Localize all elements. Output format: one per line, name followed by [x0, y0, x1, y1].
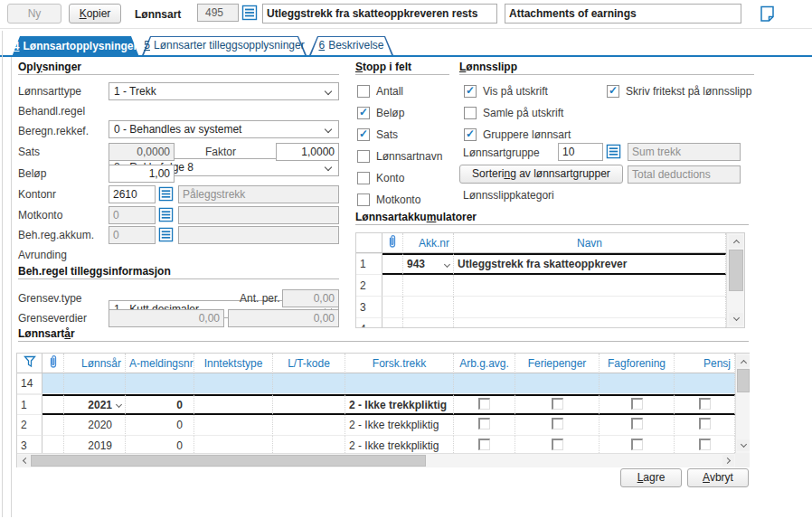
stopp-sats-checkbox[interactable]: ✓ [357, 128, 370, 141]
akk-col-navn: Navn [454, 233, 726, 253]
pensjon-checkbox[interactable] [699, 398, 711, 410]
stopp-sats-label: Sats [376, 128, 398, 141]
scroll-down-arrow[interactable] [737, 439, 750, 451]
scrollbar-thumb[interactable] [31, 455, 426, 467]
scroll-down-arrow[interactable] [729, 313, 743, 326]
section-title-behregel: Beh.regel tilleggsinformasjon [18, 265, 171, 278]
scrollbar-thumb[interactable] [737, 369, 750, 392]
year-row[interactable]: 14 [17, 373, 735, 394]
arbgavg-checkbox[interactable] [478, 398, 490, 410]
lonnsartgruppe-field[interactable]: 10 [558, 143, 603, 161]
year-row[interactable]: 1 2021 0 2 - Ikke trekkpliktig [17, 394, 735, 415]
antper-field: 0,00 [282, 289, 339, 307]
akkumulator-table: Akk.nr Navn 1 943 Utleggstrekk fra skatt… [355, 232, 745, 328]
year-row[interactable]: 2 2020 0 2 - Ikke trekkpliktig [17, 415, 735, 436]
pensjon-checkbox[interactable] [699, 418, 711, 429]
section-underline [459, 74, 754, 75]
kontonr-field[interactable]: 2610 [109, 185, 156, 203]
vis-pa-utskrift-label: Vis på utskrift [483, 85, 548, 98]
new-button[interactable]: Ny [7, 4, 61, 24]
lonnsarttype-label: Lønnsarttype [18, 85, 81, 98]
paperclip-icon [387, 239, 398, 251]
arbgavg-checkbox[interactable] [478, 439, 490, 450]
copy-button-label: Kopier [80, 7, 111, 20]
chevron-down-icon [325, 88, 332, 95]
list-icon[interactable] [241, 5, 258, 21]
wage-type-name-en-field[interactable]: Attachments of earnings [505, 4, 741, 24]
stopp-antall-checkbox[interactable]: ✓ [357, 85, 370, 98]
akk-row[interactable]: 1 943 Utleggstrekk fra skatteoppkrever [356, 253, 726, 275]
sortering-av-lonnsartgrupper-button[interactable]: Sortering av lønnsartgrupper [459, 165, 623, 184]
save-button[interactable]: Lagre [620, 468, 682, 487]
list-icon[interactable] [158, 186, 174, 204]
col-inntektstype: Inntektstype [194, 354, 273, 373]
year-row[interactable]: 3 2019 0 2 - Ikke trekkpliktig [17, 436, 735, 453]
behandlregel-select[interactable]: 0 - Behandles av systemet [109, 120, 339, 138]
sats-field: 0,0000 [109, 143, 175, 161]
akk-row[interactable]: 4 [356, 318, 726, 327]
year-horizontal-scrollbar[interactable] [17, 453, 735, 467]
fagforening-checkbox[interactable] [631, 418, 643, 429]
tab-lonnsarter-tilleggsopplysninger[interactable]: 5Lønnsarter tilleggsopplysninger [142, 36, 307, 55]
tab-beskrivelse[interactable]: 6Beskrivelse [309, 36, 393, 55]
stopp-konto-checkbox[interactable]: ✓ [357, 172, 370, 184]
scrollbar-thumb[interactable] [729, 250, 743, 291]
section-title-opplysninger: Oplysninger [18, 61, 81, 73]
chevron-down-icon [325, 126, 332, 133]
list-icon[interactable] [158, 207, 174, 225]
stopp-motkonto-checkbox[interactable]: ✓ [357, 193, 370, 206]
scroll-right-arrow[interactable] [722, 455, 734, 467]
lonnsarttype-select[interactable]: 1 - Trekk [109, 82, 339, 100]
faktor-field[interactable]: 1,0000 [276, 143, 339, 161]
faktor-label: Faktor [205, 146, 236, 158]
col-ltkode: L/T-kode [273, 354, 345, 373]
vis-pa-utskrift-checkbox[interactable]: ✓ [464, 85, 477, 98]
section-title-lonnsartar: Lønnsartår [18, 327, 75, 340]
pensjon-checkbox[interactable] [699, 439, 711, 450]
list-icon[interactable] [158, 227, 174, 245]
filter-icon[interactable] [24, 358, 36, 371]
motkonto-field: 0 [109, 206, 156, 224]
section-title-lonnsartakkumulatorer: Lønnsartakkumulatorer [355, 211, 477, 223]
fagforening-checkbox[interactable] [631, 398, 643, 410]
arbgavg-checkbox[interactable] [478, 418, 490, 429]
gruppere-lonnsart-checkbox[interactable]: ✓ [464, 128, 477, 141]
feriepenger-checkbox[interactable] [552, 418, 563, 429]
col-feriepenger: Feriepenger [515, 354, 600, 373]
feriepenger-checkbox[interactable] [552, 398, 563, 410]
window-left-edge [2, 31, 3, 517]
grenseverdi-1-field: 0,00 [109, 309, 224, 327]
scroll-up-arrow[interactable] [737, 355, 750, 367]
scroll-left-arrow[interactable] [18, 455, 30, 467]
section-underline [18, 278, 339, 279]
copy-button[interactable]: Kopier [69, 4, 121, 24]
note-icon[interactable] [760, 5, 775, 25]
beregnrekkef-label: Beregn.rekkef. [18, 125, 89, 137]
belop-field[interactable]: 1,00 [109, 165, 175, 183]
akk-vertical-scrollbar[interactable] [726, 233, 744, 327]
year-vertical-scrollbar[interactable] [735, 354, 750, 453]
fagforening-checkbox[interactable] [631, 439, 643, 450]
cancel-button[interactable]: Avbryt [687, 468, 749, 487]
wage-type-name-field[interactable]: Utleggstrekk fra skatteoppkreveren rests [262, 4, 497, 24]
avrunding-label: Avrunding [18, 249, 67, 261]
samle-pa-utskrift-checkbox[interactable]: ✓ [464, 107, 477, 119]
section-underline [18, 74, 339, 75]
wage-type-number-field: 495 [197, 4, 239, 22]
stopp-lonnsartnavn-checkbox[interactable]: ✓ [357, 150, 370, 163]
skriv-fritekst-checkbox[interactable]: ✓ [607, 85, 619, 98]
akk-row[interactable]: 2 [356, 275, 726, 297]
scrollbar-corner [735, 453, 750, 467]
scroll-up-arrow[interactable] [729, 235, 743, 248]
stopp-belop-checkbox[interactable]: ✓ [357, 107, 370, 119]
section-underline [355, 224, 749, 225]
belop-label: Beløp [18, 167, 46, 180]
feriepenger-checkbox[interactable] [552, 439, 563, 450]
akk-row[interactable]: 3 [356, 297, 726, 318]
section-title-lonnsslipp: Lønnsslipp [459, 61, 517, 73]
tab-lonnsartopplysninger[interactable]: 4Lønnsartopplysninger [12, 36, 139, 57]
save-button-label: Lagre [637, 471, 666, 484]
col-lonnsar: Lønnsår [64, 354, 126, 373]
list-icon[interactable] [606, 144, 621, 162]
lonnsslippkategori-label: Lønnsslippkategori [463, 189, 554, 202]
